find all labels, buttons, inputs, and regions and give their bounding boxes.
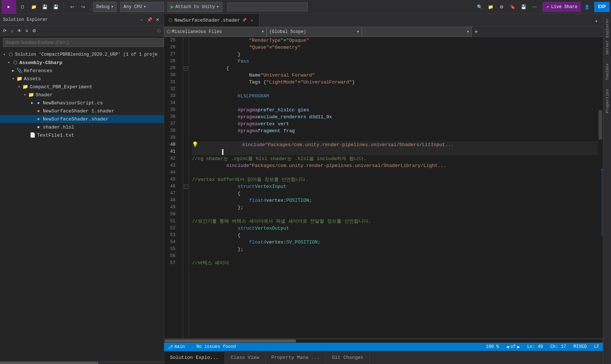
code-line-41[interactable] [192,148,598,155]
tree-assembly[interactable]: ▾ ⬡ Assembly-CSharp [0,59,164,67]
toolbar-save-btn[interactable]: 💾 [40,2,50,12]
fold-29-indicator[interactable]: − [184,66,188,71]
tree-shader-hlsl[interactable]: ● shader.hlsl [0,123,164,131]
toolbar-search[interactable] [227,3,308,11]
status-branch[interactable]: ⎇ main [164,343,189,351]
status-issues[interactable]: ✓ No issues found [189,343,240,351]
save2-icon-btn[interactable]: 💾 [518,2,529,12]
search-icon-btn[interactable]: 🔍 [474,2,485,12]
hscroll-track[interactable] [165,339,602,342]
newsurface1-label: NewSurfaceShader 1.shader [43,108,114,114]
more-icon-btn[interactable]: ⋯ [529,2,540,12]
bookmark-icon-btn[interactable]: 🔖 [507,2,518,12]
code-content[interactable]: "RenderType"="Opaque" "Queue"="Geometry"… [189,37,598,338]
tab-label: NewSurfaceShader.shader [174,18,240,23]
code-line-57: //버텍스 셰이더 [192,260,598,267]
tab-property-mana[interactable]: Property Mana ... [266,351,326,364]
editor-vscroll-thumb[interactable] [599,110,602,140]
editor-vscroll[interactable] [598,37,603,338]
fold-46[interactable]: − [183,183,189,190]
se-tree: ▾ ⬡ Solution 'CompactPBRBlending_2020.2_… [0,49,164,361]
breadcrumb-member-dropdown[interactable]: ▾ [362,27,472,37]
se-close2-btn[interactable]: □ [156,27,162,34]
ln-51: 51 [164,218,178,225]
se-hscroll[interactable] [0,361,164,364]
fold-46-indicator[interactable]: − [184,185,188,189]
config-dropdown[interactable]: Debug ▾ [93,2,117,12]
ln-37: 37 [164,120,178,127]
nav-add-btn[interactable]: + [472,27,481,37]
toolbar-new-btn[interactable]: 🗋 [18,2,28,12]
sep4 [166,3,166,11]
tree-newbehaviour[interactable]: ▶ ● NewBehaviourScript.cs [0,99,164,107]
tab-solution-explo[interactable]: Solution Explo... [164,351,225,364]
tab-close-btn[interactable]: ✕ [249,17,255,23]
se-sync-btn[interactable]: ⟳ [1,27,8,34]
code-editor: 25 26 27 28 29 30 31 32 33 34 35 36 37 3… [164,37,603,338]
tab-git-changes[interactable]: Git Changes [326,351,370,364]
scroll-arrow-right[interactable]: ▶ [517,344,520,350]
se-hscroll-thumb[interactable] [0,362,98,364]
tree-textfile[interactable]: 📄 TextFile1.txt [0,131,164,139]
lightbulb-icon[interactable]: 💡 [192,141,199,148]
tab-class-label: Class View [231,355,259,360]
side-toolbox[interactable]: Toolbox [604,59,611,85]
platform-dropdown[interactable]: Any CPU ▾ [120,2,164,12]
code-line-51: //보간기를 통해 버텍스 셰이더에서 픽셀 셰이더로 전달할 정보를 선언합니… [192,218,598,225]
user-icon-btn[interactable]: 👤 [581,2,593,12]
toolbar-saveall-btn[interactable]: 💾 [51,2,61,12]
folder-icon-btn[interactable]: 📁 [485,2,496,12]
hscroll-thumb[interactable] [165,339,296,342]
se-header-icons: − 📌 ✕ [138,16,161,23]
live-share-btn[interactable]: ↗ Live Share [543,2,581,12]
code-line-32 [192,86,598,93]
status-encoding[interactable]: MIXED [570,343,590,351]
breadcrumb-files-dropdown[interactable]: ⬡ Miscellaneous Files ▾ [164,27,267,37]
tree-references[interactable]: ▶ 📎 References [0,67,164,75]
status-ch[interactable]: Ch: 17 [547,343,570,351]
undo-btn[interactable]: ↩ [67,2,77,12]
settings-icon-btn[interactable]: ⚙ [496,2,507,12]
tree-shader-folder[interactable]: ▾ 📁 Shader [0,91,164,99]
scroll-arrow-left[interactable]: ◀ [506,344,509,350]
assembly-label: Assembly-CSharp [19,60,62,66]
se-title: Solution Explorer [3,17,48,22]
se-show-btn[interactable]: 👁 [16,27,23,34]
status-ln[interactable]: Ln: 40 [523,343,547,351]
exp-btn[interactable]: EXP [594,2,610,12]
cursor [222,149,223,155]
side-properties[interactable]: Properties [604,85,611,118]
attach-unity-btn[interactable]: ▶ Attach to Unity ▾ [167,2,222,12]
se-home-btn[interactable]: ⌂ [9,27,15,34]
side-server-explorer[interactable]: Server Explorer [604,14,611,59]
ln-42: 42 [164,155,178,162]
breadcrumb-scope-dropdown[interactable]: (Global Scope) ▾ [267,27,362,37]
code-line-40[interactable]: 💡 #include "Packages/com.unity.render-pi… [192,141,598,148]
tab-class-view[interactable]: Class View [225,351,266,364]
toolbar-open-btn[interactable]: 📁 [29,2,39,12]
redo-btn[interactable]: ↪ [78,2,88,12]
tree-solution-root[interactable]: ▾ ⬡ Solution 'CompactPBRBlending_2020.2_… [0,51,164,59]
tab-newsurface[interactable]: ⬡ NewSurfaceShader.shader 📌 ✕ [164,14,259,26]
compact-arrow: ▾ [16,85,22,89]
ln-32: 32 [164,86,178,93]
se-pin-btn[interactable]: − [138,16,145,23]
tab-dropdown-btn[interactable]: ▾ [591,16,601,26]
se-close-btn[interactable]: ✕ [154,16,161,23]
code-line-55: }; [192,246,598,253]
fold-29[interactable]: − [183,65,189,72]
se-settings-btn[interactable]: ⚙ [31,27,37,34]
code-line-31: Tags { "LightMode" = "UniversalForward" … [192,79,598,86]
textfile-label: TextFile1.txt [37,133,74,138]
se-filter-btn[interactable]: ≡ [23,27,30,34]
status-line-ending[interactable]: LF [590,343,603,351]
tree-assets[interactable]: ▾ 📁 Assets [0,75,164,83]
editor-hscroll[interactable] [164,338,603,343]
tree-newsurface[interactable]: ● NewSurfaceShader.shader [0,115,164,123]
tree-newsurface1[interactable]: ● NewSurfaceShader 1.shader [0,107,164,115]
tree-compact[interactable]: ▾ 📁 Compact_PBR_Experiment [0,83,164,91]
ln-35: 35 [164,107,178,114]
se-search-input[interactable] [3,38,164,47]
se-pin2-btn[interactable]: 📌 [146,16,153,23]
status-zoom[interactable]: 100 % [482,343,503,351]
